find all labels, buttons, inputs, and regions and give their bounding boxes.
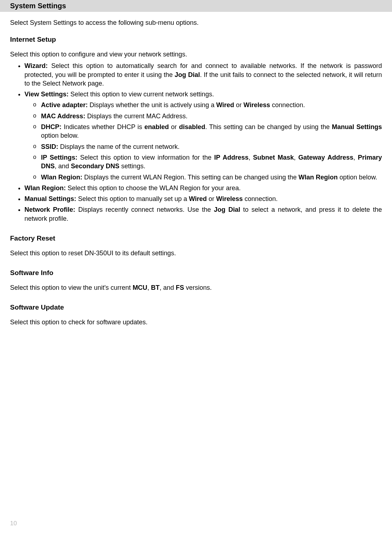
view-settings-label: View Settings: [24, 91, 69, 98]
software-update-block: Software Update Select this option to ch… [10, 303, 382, 326]
view-settings-text: Select this option to view current netwo… [69, 91, 214, 98]
b: IP Address [214, 154, 249, 161]
software-info-desc: Select this option to view the unit's cu… [10, 283, 382, 292]
b: disabled [179, 123, 205, 131]
t: Select this option to choose the WLAN Re… [66, 184, 241, 192]
active-adapter-label: Active adapter: [41, 101, 88, 109]
mac-address-item: MAC Address: Displays the current MAC Ad… [33, 112, 382, 120]
software-info-block: Software Info Select this option to view… [10, 268, 382, 292]
t: Select this option to view information f… [77, 154, 214, 161]
ssid-label: SSID: [41, 143, 58, 150]
factory-reset-block: Factory Reset Select this option to rese… [10, 234, 382, 257]
t: Indicates whether DHCP is [61, 123, 144, 131]
profile-label: Network Profile: [24, 206, 75, 213]
t: Displays recently connect networks. Use … [75, 206, 214, 213]
manual-label: Manual Settings: [24, 195, 76, 202]
t: , [249, 154, 253, 161]
b: Gateway Address [298, 154, 354, 161]
jog-dial-text: Jog Dial [175, 71, 200, 78]
t: , [147, 284, 151, 291]
ip-label: IP Settings: [41, 154, 77, 161]
t: option below. [41, 132, 79, 139]
t: , [353, 154, 357, 161]
b: Wlan Region [298, 174, 338, 181]
view-settings-sub: Active adapter: Displays whether the uni… [24, 101, 382, 181]
b: FS [176, 284, 184, 291]
mac-label: MAC Address: [41, 113, 85, 120]
view-settings-item: View Settings: Select this option to vie… [24, 90, 382, 182]
b: Wired [216, 101, 234, 109]
t: , and [160, 284, 176, 291]
software-info-heading: Software Info [10, 268, 382, 278]
section-header: System Settings [0, 0, 392, 12]
b: Subnet Mask [253, 154, 294, 161]
internet-setup-desc: Select this option to configure and view… [10, 50, 382, 59]
software-update-heading: Software Update [10, 303, 382, 312]
b: Wired [189, 195, 207, 202]
factory-reset-desc: Select this option to reset DN-350UI to … [10, 249, 382, 257]
b: Jog Dial [214, 206, 240, 213]
b: Manual Settings [332, 123, 382, 131]
wizard-item: Wizard: Select this option to automatica… [24, 61, 382, 88]
internet-bullets: Wizard: Select this option to automatica… [10, 61, 382, 223]
t: . This setting can be changed by using t… [205, 123, 332, 131]
page-number: 10 [10, 520, 17, 528]
wlan-sub-label: Wlan Region: [41, 174, 82, 181]
wlan-region-subitem: Wlan Region: Displays the current WLAN R… [33, 173, 382, 182]
t: , [294, 154, 298, 161]
t: connection. [243, 195, 278, 202]
manual-settings-item: Manual Settings: Select this option to m… [24, 195, 382, 203]
t: versions. [184, 284, 212, 291]
ip-settings-item: IP Settings: Select this option to view … [33, 153, 382, 171]
t: or [234, 101, 243, 109]
t: Displays the current MAC Address. [85, 113, 187, 120]
b: Wireless [243, 101, 270, 109]
b: MCU [133, 284, 147, 291]
t: or [169, 123, 179, 131]
t: settings. [119, 163, 145, 170]
b: BT [151, 284, 160, 291]
t: Displays the name of the current network… [58, 143, 179, 150]
factory-reset-heading: Factory Reset [10, 234, 382, 243]
t: Displays the current WLAN Region. This s… [82, 174, 298, 181]
dhcp-item: DHCP: Indicates whether DHCP is enabled … [33, 123, 382, 140]
wlan-region-item: Wlan Region: Select this option to choos… [24, 184, 382, 192]
t: option below. [338, 174, 377, 181]
b: enabled [144, 123, 169, 131]
wlan-region-label: Wlan Region: [24, 184, 66, 192]
internet-setup-block: Internet Setup Select this option to con… [10, 35, 382, 223]
intro-text: Select System Settings to access the fol… [10, 18, 382, 27]
t: connection. [270, 101, 305, 109]
t: Select this option to manually set up a [76, 195, 189, 202]
ssid-item: SSID: Displays the name of the current n… [33, 142, 382, 151]
software-update-desc: Select this option to check for software… [10, 318, 382, 326]
network-profile-item: Network Profile: Displays recently conne… [24, 205, 382, 223]
b: Secondary DNS [71, 163, 119, 170]
t: Displays whether the unit is actively us… [88, 101, 216, 109]
internet-setup-heading: Internet Setup [10, 35, 382, 44]
wizard-label: Wizard: [24, 62, 48, 69]
t: , and [55, 163, 71, 170]
active-adapter-item: Active adapter: Displays whether the uni… [33, 101, 382, 109]
dhcp-label: DHCP: [41, 123, 61, 131]
t: Select this option to view the unit's cu… [10, 284, 133, 291]
b: Wireless [216, 195, 243, 202]
t: or [207, 195, 216, 202]
